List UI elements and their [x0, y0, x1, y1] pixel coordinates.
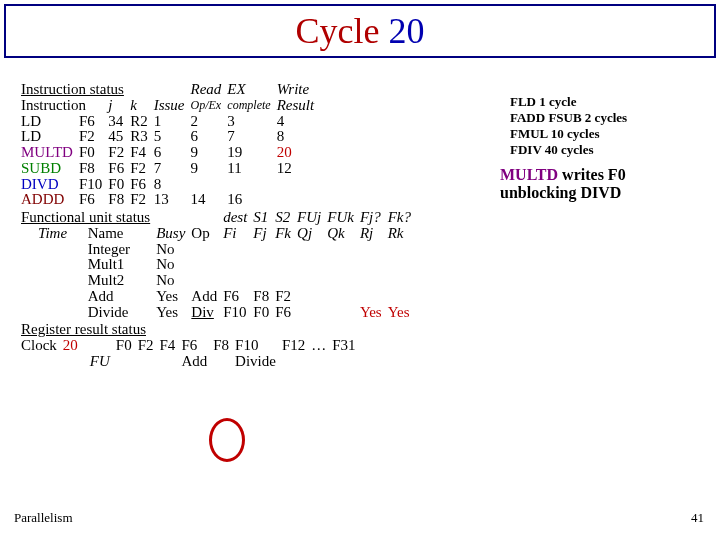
table-row: ADDDF6F8F2131416 — [18, 192, 317, 208]
section-header: Functional unit status — [18, 210, 153, 226]
title-box: Cycle 20 — [4, 4, 716, 58]
table-row: LDF245R35678 — [18, 129, 317, 145]
functional-unit-status-table: Functional unit status dest S1 S2 FUj FU… — [18, 210, 414, 320]
register-result-status-table: Register result status Clock 20 F0F2F4F6… — [18, 322, 359, 369]
cycle-latency-key: FLD 1 cycle FADD FSUB 2 cycles FMUL 10 c… — [510, 94, 627, 158]
section-header: Instruction status — [18, 82, 151, 98]
table-row: DIVDF10F0F68 — [18, 177, 317, 193]
table-row: Mult1No — [18, 257, 414, 273]
table-row: DivideYesDivF10F0F6YesYes — [18, 305, 414, 321]
table-row: AddYesAddF6F8F2 — [18, 289, 414, 305]
table-row: LDF634R21234 — [18, 114, 317, 130]
clock-value: 20 — [60, 338, 81, 354]
scoreboard-content: Instruction status Read EX Write Instruc… — [18, 82, 414, 370]
table-row: SUBDF8F6F2791112 — [18, 161, 317, 177]
table-row: Mult2No — [18, 273, 414, 289]
table-row: IntegerNo — [18, 242, 414, 258]
instruction-status-table: Instruction status Read EX Write Instruc… — [18, 82, 317, 208]
section-header: Register result status — [18, 322, 359, 338]
annotation-text: MULTD writes F0 unblocking DIVD — [500, 166, 626, 202]
table-row: MULTDF0F2F4691920 — [18, 145, 317, 161]
slide-number: 41 — [691, 510, 704, 526]
highlight-circle — [209, 418, 245, 462]
slide-title: Cycle 20 — [296, 11, 425, 51]
footer-left: Parallelism — [14, 510, 73, 526]
